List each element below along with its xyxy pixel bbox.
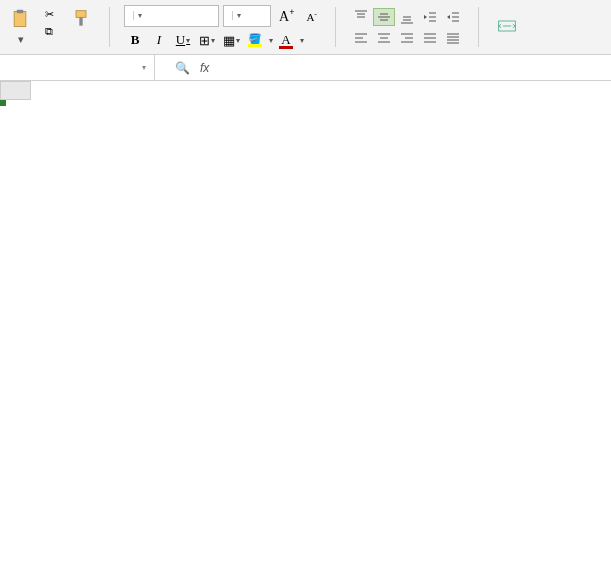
- fill-color-button[interactable]: 🪣: [244, 30, 266, 50]
- svg-rect-1: [17, 9, 24, 12]
- align-middle-button[interactable]: [373, 8, 395, 26]
- copy-icon: ⧉: [42, 25, 56, 39]
- separator: [478, 7, 479, 47]
- bold-button[interactable]: B: [124, 30, 146, 50]
- clipboard-group: ▾ ✂ ⧉: [6, 7, 95, 48]
- font-name-combo[interactable]: ▾: [124, 5, 219, 27]
- align-top-button[interactable]: [350, 8, 372, 26]
- decrease-font-button[interactable]: A-: [302, 6, 321, 26]
- align-left-button[interactable]: [350, 29, 372, 47]
- merge-icon: [497, 16, 517, 36]
- align-right-button[interactable]: [396, 29, 418, 47]
- separator: [335, 7, 336, 47]
- fill-handle[interactable]: [0, 100, 6, 106]
- align-center-button[interactable]: [373, 29, 395, 47]
- scissors-icon: ✂: [42, 8, 56, 22]
- dropdown-icon: ▾: [236, 36, 240, 45]
- italic-button[interactable]: I: [148, 30, 170, 50]
- separator: [109, 7, 110, 47]
- increase-indent-button[interactable]: [442, 8, 464, 26]
- font-size-combo[interactable]: ▾: [223, 5, 271, 27]
- paste-button[interactable]: ▾: [6, 7, 34, 48]
- ribbon: ▾ ✂ ⧉ ▾ ▾ A+: [0, 0, 611, 55]
- distribute-button[interactable]: [442, 29, 464, 47]
- dropdown-icon: ▾: [211, 36, 215, 45]
- cut-button[interactable]: ✂: [40, 7, 61, 23]
- justify-button[interactable]: [419, 29, 441, 47]
- font-color-button[interactable]: A: [275, 30, 297, 50]
- select-all-corner[interactable]: [1, 82, 31, 100]
- merge-center-button[interactable]: [493, 14, 521, 40]
- svg-rect-3: [79, 17, 82, 25]
- align-group: [350, 8, 464, 47]
- borders-button[interactable]: ⊞▾: [196, 30, 218, 50]
- font-group: ▾ ▾ A+ A- B I U▾ ⊞▾ ▦▾ 🪣 ▾ A ▾: [124, 4, 321, 51]
- name-box[interactable]: ▾: [0, 55, 155, 80]
- spreadsheet-grid[interactable]: [0, 81, 611, 568]
- dropdown-icon: ▾: [186, 36, 190, 45]
- chevron-down-icon: ▾: [232, 11, 241, 20]
- svg-rect-0: [14, 11, 26, 26]
- cell-icon: ▦: [223, 33, 235, 48]
- fx-icon[interactable]: fx: [200, 61, 209, 75]
- dropdown-icon: ▾: [300, 36, 304, 45]
- increase-font-button[interactable]: A+: [275, 4, 298, 28]
- paste-icon: [10, 9, 30, 29]
- underline-button[interactable]: U▾: [172, 30, 194, 50]
- decrease-indent-button[interactable]: [419, 8, 441, 26]
- align-bottom-button[interactable]: [396, 8, 418, 26]
- chevron-down-icon: ▾: [142, 63, 146, 72]
- svg-rect-2: [76, 10, 86, 17]
- fill-color-swatch: [248, 44, 262, 47]
- format-painter-button[interactable]: [67, 7, 95, 33]
- grid-icon: ⊞: [199, 33, 210, 48]
- copy-button[interactable]: ⧉: [40, 24, 61, 40]
- search-icon[interactable]: 🔍: [175, 61, 190, 75]
- dropdown-icon: ▾: [269, 36, 273, 45]
- chevron-down-icon: ▾: [133, 11, 142, 20]
- formula-bar: ▾ 🔍 fx: [0, 55, 611, 81]
- cell-style-button[interactable]: ▦▾: [220, 30, 242, 50]
- font-color-swatch: [279, 46, 293, 49]
- dropdown-icon: ▾: [18, 33, 24, 46]
- brush-icon: [71, 9, 91, 29]
